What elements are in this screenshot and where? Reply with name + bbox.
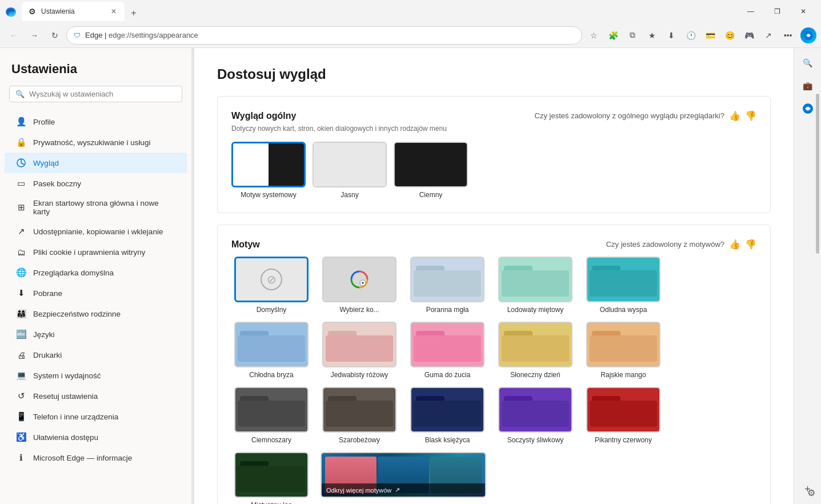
folder-body-moonlight: [414, 401, 481, 427]
theme-option-light[interactable]: Jasny: [313, 142, 387, 199]
share-icon[interactable]: ↗: [759, 26, 778, 45]
sidebar-item-label-phone: Telefon i inne urządzenia: [33, 413, 118, 421]
motyw-preview-sunny-day: [498, 322, 572, 367]
folder-body-bubblegum: [414, 335, 481, 362]
motyw-item-remote-island[interactable]: Odludna wyspa: [583, 257, 663, 314]
folder-body-mango: [590, 335, 657, 362]
sidebar-item-system[interactable]: 💻 System i wydajność: [5, 365, 187, 386]
favorites-collection-icon[interactable]: ★: [643, 26, 661, 45]
new-tab-button[interactable]: +: [126, 5, 142, 21]
family-nav-icon: 👨‍👩‍👧: [16, 309, 26, 319]
address-label: Edge: [85, 31, 102, 39]
motyw-label-mystic-forest: Mistyczny las: [251, 501, 291, 504]
motyw-item-cool-breeze[interactable]: Chłodna bryza: [231, 322, 311, 379]
wallet-icon[interactable]: 💳: [701, 26, 719, 45]
games-icon[interactable]: 🎮: [740, 26, 758, 45]
thumbs-up-button[interactable]: 👍: [729, 110, 740, 121]
motyw-label-moonlight: Blask księżyca: [425, 436, 470, 444]
motyw-item-morning-fog[interactable]: Poranna mgła: [407, 257, 487, 314]
sidebar-item-profile[interactable]: 👤 Profile: [5, 111, 187, 132]
sidebar-item-downloads[interactable]: ⬇ Pobrane: [5, 283, 187, 303]
sidebar-item-label-profile: Profile: [33, 118, 55, 126]
motyw-thumbs-up-button[interactable]: 👍: [729, 239, 740, 250]
profile-icon[interactable]: 😊: [720, 26, 739, 45]
motyw-item-default[interactable]: ⊘ Domyślny: [231, 257, 311, 314]
close-button[interactable]: ✕: [790, 2, 816, 21]
motyw-item-spicy-red[interactable]: Pikantny czerwony: [583, 387, 663, 444]
folder-tab-plum: [504, 396, 532, 401]
sidebar-item-printers[interactable]: 🖨 Drukarki: [5, 345, 187, 365]
more-options-button[interactable]: •••: [779, 26, 797, 45]
address-bar[interactable]: 🛡 Edge | edge://settings/appearance: [66, 26, 582, 45]
folder-tropical-mango: [587, 323, 659, 366]
motyw-item-mystic-forest[interactable]: Mistyczny las: [231, 452, 311, 504]
sidebar-item-family[interactable]: 👨‍👩‍👧 Bezpieczeństwo rodzinne: [5, 303, 187, 324]
sidebar-item-label-about: Microsoft Edge — informacje: [33, 454, 132, 462]
theme-option-system[interactable]: Motyw systemowy: [231, 142, 306, 199]
search-box[interactable]: 🔍: [9, 86, 182, 102]
motyw-item-moonlight[interactable]: Blask księżyca: [407, 387, 487, 444]
thumbs-down-button[interactable]: 👎: [745, 110, 756, 121]
edge-logo-icon: [5, 5, 17, 18]
motyw-thumbs-down-button[interactable]: 👎: [745, 239, 756, 250]
search-input[interactable]: [29, 90, 176, 98]
motyw-item-icy-mint[interactable]: Lodowaty miętowy: [495, 257, 575, 314]
tab-close-button[interactable]: ✕: [110, 6, 118, 17]
sidebar-item-label-printers: Drukarki: [33, 351, 62, 359]
extensions-icon[interactable]: 🧩: [604, 26, 622, 45]
motyw-preview-default: ⊘: [234, 257, 309, 302]
sidebar-item-languages[interactable]: 🔤 Języki: [5, 324, 187, 345]
folder-body-spicy: [590, 401, 657, 427]
folder-body-silky: [326, 335, 393, 362]
motyw-item-bubblegum[interactable]: Guma do żucia: [407, 322, 487, 379]
motyw-item-taupe[interactable]: Szarobeżowy: [319, 387, 399, 444]
motyw-label-bubblegum: Guma do żucia: [424, 371, 471, 379]
motyw-item-silky-pink[interactable]: Jedwabisty różowy: [319, 322, 399, 379]
languages-nav-icon: 🔤: [16, 329, 26, 339]
motyw-item-discover-more[interactable]: Odkryj więcej motywów ↗: [319, 452, 487, 504]
cookies-nav-icon: 🗂: [16, 247, 26, 257]
sidebar-nav: 👤 Profile 🔒 Prywatność, wyszukiwanie i u…: [0, 109, 191, 470]
scroll-thumb[interactable]: [816, 94, 819, 254]
motyw-item-tropical-mango[interactable]: Rajskie mango: [583, 322, 663, 379]
sidebar-item-appearance[interactable]: Wygląd: [5, 153, 187, 173]
folder-tab-mango: [592, 331, 620, 335]
active-tab[interactable]: ⚙ Ustawienia ✕: [22, 2, 125, 21]
sidebar-item-defaultbrowser[interactable]: 🌐 Przeglądarka domyślna: [5, 262, 187, 283]
settings-sidebar: Ustawienia 🔍 👤 Profile 🔒 Prywatność, wys…: [0, 48, 192, 504]
split-screen-icon[interactable]: ⧉: [623, 26, 642, 45]
sidebar-item-reset[interactable]: ↺ Resetuj ustawienia: [5, 386, 187, 406]
sidebar-item-privacy[interactable]: 🔒 Prywatność, wyszukiwanie i usługi: [5, 132, 187, 153]
motyw-item-sunny-day[interactable]: Słoneczny dzień: [495, 322, 575, 379]
motyw-item-plum[interactable]: Soczysty śliwkowy: [495, 387, 575, 444]
forward-button[interactable]: →: [25, 26, 43, 45]
refresh-button[interactable]: ↻: [46, 26, 64, 45]
sidebar-item-share[interactable]: ↗ Udostępnianie, kopiowanie i wklejanie: [5, 221, 187, 242]
sidebar-item-label-cookies: Pliki cookie i uprawnienia witryny: [33, 248, 146, 257]
edge-copilot-button[interactable]: [800, 27, 816, 43]
motyw-item-dark-gray[interactable]: Ciemnoszary: [231, 387, 311, 444]
folder-remote-island: [587, 258, 659, 301]
favorites-icon[interactable]: ☆: [584, 26, 603, 45]
maximize-button[interactable]: ❐: [764, 2, 790, 21]
motyw-feedback-question: Czy jesteś zadowolony z motywów?: [606, 240, 724, 249]
back-button[interactable]: ←: [5, 26, 23, 45]
sidebar-item-newtab[interactable]: ⊞ Ekran startowy strona główna i nowe ka…: [5, 194, 187, 221]
theme-option-dark[interactable]: Ciemny: [394, 142, 468, 199]
sidebar-item-label-accessibility: Ułatwienia dostępu: [33, 433, 98, 442]
minimize-button[interactable]: —: [738, 2, 764, 21]
sidebar-item-about[interactable]: ℹ Microsoft Edge — informacje: [5, 447, 187, 468]
theme-preview-light: [313, 142, 387, 187]
appearance-theme-options: Motyw systemowy Jasny Ciem: [231, 142, 756, 199]
share-nav-icon: ↗: [16, 226, 26, 237]
download-icon[interactable]: ⬇: [662, 26, 680, 45]
sidebar-item-phone[interactable]: 📱 Telefon i inne urządzenia: [5, 406, 187, 427]
sidebar-nav-icon: ▭: [16, 178, 26, 189]
settings-gear-button[interactable]: ⚙: [807, 487, 815, 498]
sidebar-item-cookies[interactable]: 🗂 Pliki cookie i uprawnienia witryny: [5, 242, 187, 262]
vertical-scrollbar[interactable]: [815, 48, 820, 504]
sidebar-item-accessibility[interactable]: ♿ Ułatwienia dostępu: [5, 427, 187, 447]
history-icon[interactable]: 🕐: [682, 26, 700, 45]
sidebar-item-sidebar[interactable]: ▭ Pasek boczny: [5, 173, 187, 194]
motyw-item-custom[interactable]: Wybierz ko...: [319, 257, 399, 314]
